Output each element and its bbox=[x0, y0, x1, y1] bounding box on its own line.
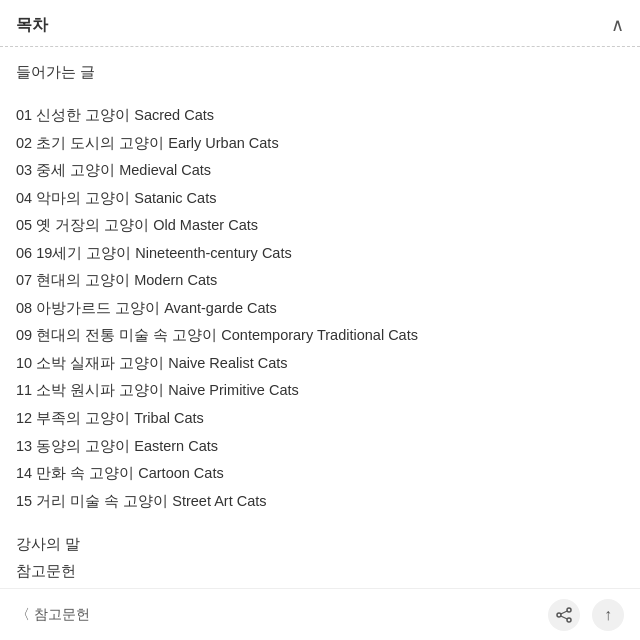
collapse-icon[interactable]: ∧ bbox=[611, 14, 624, 36]
footer-item-0[interactable]: 강사의 말 bbox=[16, 535, 624, 554]
toc-header: 목차 ∧ bbox=[0, 0, 640, 47]
toc-item[interactable]: 09 현대의 전통 미술 속 고양이 Contemporary Traditio… bbox=[16, 322, 624, 350]
toc-item[interactable]: 02 초기 도시의 고양이 Early Urban Cats bbox=[16, 130, 624, 158]
intro-label[interactable]: 들어가는 글 bbox=[16, 63, 624, 82]
svg-point-2 bbox=[557, 613, 561, 617]
toc-item[interactable]: 12 부족의 고양이 Tribal Cats bbox=[16, 405, 624, 433]
toc-content: 들어가는 글 01 신성한 고양이 Sacred Cats02 초기 도시의 고… bbox=[0, 47, 640, 627]
main-container: 목차 ∧ 들어가는 글 01 신성한 고양이 Sacred Cats02 초기 … bbox=[0, 0, 640, 640]
bottom-bar: 〈 참고문헌 ↑ bbox=[0, 588, 640, 640]
scroll-top-icon: ↑ bbox=[604, 606, 612, 624]
toc-item[interactable]: 13 동양의 고양이 Eastern Cats bbox=[16, 433, 624, 461]
toc-title: 목차 bbox=[16, 15, 48, 36]
back-button[interactable]: 〈 참고문헌 bbox=[16, 606, 90, 624]
toc-item[interactable]: 01 신성한 고양이 Sacred Cats bbox=[16, 102, 624, 130]
toc-list: 01 신성한 고양이 Sacred Cats02 초기 도시의 고양이 Earl… bbox=[16, 102, 624, 515]
svg-line-3 bbox=[561, 611, 567, 614]
toc-item[interactable]: 03 중세 고양이 Medieval Cats bbox=[16, 157, 624, 185]
toc-item[interactable]: 11 소박 원시파 고양이 Naive Primitive Cats bbox=[16, 377, 624, 405]
toc-item[interactable]: 15 거리 미술 속 고양이 Street Art Cats bbox=[16, 488, 624, 516]
share-button[interactable] bbox=[548, 599, 580, 631]
svg-point-0 bbox=[567, 608, 571, 612]
svg-line-4 bbox=[561, 616, 567, 619]
footer-item-1[interactable]: 참고문헌 bbox=[16, 562, 624, 581]
toc-item[interactable]: 10 소박 실재파 고양이 Naive Realist Cats bbox=[16, 350, 624, 378]
bottom-right-icons: ↑ bbox=[548, 599, 624, 631]
toc-item[interactable]: 14 만화 속 고양이 Cartoon Cats bbox=[16, 460, 624, 488]
share-icon bbox=[556, 607, 572, 623]
toc-item[interactable]: 07 현대의 고양이 Modern Cats bbox=[16, 267, 624, 295]
scroll-top-button[interactable]: ↑ bbox=[592, 599, 624, 631]
back-chevron-icon: 〈 bbox=[16, 606, 30, 624]
toc-item[interactable]: 06 19세기 고양이 Nineteenth-century Cats bbox=[16, 240, 624, 268]
toc-item[interactable]: 04 악마의 고양이 Satanic Cats bbox=[16, 185, 624, 213]
svg-point-1 bbox=[567, 618, 571, 622]
back-label-text: 참고문헌 bbox=[34, 606, 90, 624]
toc-item[interactable]: 08 아방가르드 고양이 Avant-garde Cats bbox=[16, 295, 624, 323]
toc-item[interactable]: 05 옛 거장의 고양이 Old Master Cats bbox=[16, 212, 624, 240]
